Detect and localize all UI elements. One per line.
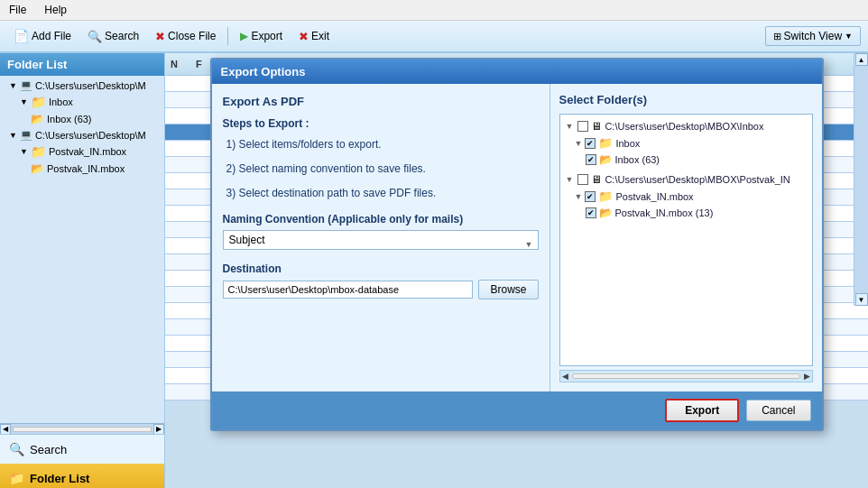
dialog-right-panel: Select Folder(s) ▼ 🖥 C:\Users\user\Deskt… bbox=[550, 84, 822, 391]
add-file-icon: 📄 bbox=[14, 29, 29, 43]
folder-icon: 📁 bbox=[31, 144, 46, 159]
fs-checkbox-root1[interactable] bbox=[577, 121, 588, 132]
switch-view-icon: ⊞ bbox=[773, 31, 781, 42]
drive-icon: 🖥 bbox=[591, 173, 602, 186]
sidebar-title: Folder List bbox=[0, 53, 164, 76]
fs-root-2[interactable]: ▼ 🖥 C:\Users\user\Desktop\MBOX\Postvak_I… bbox=[564, 171, 808, 188]
fs-postvak-13[interactable]: ✔ 📂 Postvak_IN.mbox (13) bbox=[564, 205, 808, 221]
fs-inbox-63[interactable]: ✔ 📂 Inbox (63) bbox=[564, 152, 808, 168]
fs-checkbox-inbox63[interactable]: ✔ bbox=[586, 154, 596, 165]
naming-select[interactable]: Subject bbox=[223, 230, 539, 250]
expand-icon: ▼ bbox=[9, 131, 17, 140]
fs-checkbox-postvak[interactable]: ✔ bbox=[585, 191, 596, 202]
dialog-footer: Export Cancel bbox=[212, 391, 822, 429]
destination-row: Browse bbox=[223, 280, 539, 299]
hscroll-track bbox=[572, 373, 800, 379]
switch-view-button[interactable]: ⊞ Switch View ▼ bbox=[765, 26, 861, 46]
export-button[interactable]: ▶ Export bbox=[234, 26, 289, 46]
step-1: 1) Select items/folders to export. bbox=[226, 135, 539, 154]
add-file-button[interactable]: 📄 Add File bbox=[7, 25, 78, 47]
select-folders-title: Select Folder(s) bbox=[559, 93, 813, 106]
expand-icon: ▼ bbox=[566, 175, 574, 184]
dialog-body: Export As PDF Steps to Export : 1) Selec… bbox=[212, 84, 822, 391]
tree-inbox[interactable]: ▼ 📁 Inbox bbox=[2, 93, 162, 111]
step-3: 3) Select destination path to save PDF f… bbox=[226, 184, 539, 203]
folder-tree: ▼ 💻 C:\Users\user\Desktop\M ▼ 📁 Inbox 📂 … bbox=[0, 76, 164, 423]
close-file-button[interactable]: ✖ Close File bbox=[149, 26, 222, 47]
naming-select-wrap: Subject bbox=[223, 230, 539, 259]
close-icon: ✖ bbox=[155, 30, 165, 43]
export-as-label: Export As PDF bbox=[223, 95, 539, 108]
exit-button[interactable]: ✖ Exit bbox=[292, 26, 336, 47]
export-icon: ▶ bbox=[240, 30, 248, 42]
folder-icon: 📁 bbox=[31, 95, 46, 109]
expand-icon: ▼ bbox=[575, 192, 583, 201]
fs-checkbox-postvak13[interactable]: ✔ bbox=[586, 207, 596, 218]
fs-checkbox-root2[interactable] bbox=[577, 174, 588, 185]
step-2: 2) Select naming convention to save file… bbox=[226, 160, 539, 179]
expand-icon: ▼ bbox=[20, 97, 28, 106]
export-confirm-button[interactable]: Export bbox=[665, 399, 739, 422]
expand-icon: ▼ bbox=[575, 139, 583, 148]
sidebar-search-button[interactable]: 🔍 Search bbox=[0, 434, 164, 464]
folder-list-icon: 📁 bbox=[9, 471, 24, 485]
fs-postvak[interactable]: ▼ ✔ 📁 Postvak_IN.mbox bbox=[564, 188, 808, 205]
drive-icon: 💻 bbox=[20, 129, 32, 141]
main-layout: Folder List ▼ 💻 C:\Users\user\Desktop\M … bbox=[0, 53, 868, 488]
drive-icon: 💻 bbox=[20, 79, 32, 91]
sidebar-bottom: 🔍 Search 📁 Folder List bbox=[0, 434, 164, 488]
dialog-left-panel: Export As PDF Steps to Export : 1) Selec… bbox=[212, 84, 550, 391]
search-icon: 🔍 bbox=[88, 30, 102, 43]
naming-label: Naming Convention (Applicable only for m… bbox=[223, 213, 539, 226]
menubar: File Help bbox=[0, 0, 868, 21]
folder-icon: 📂 bbox=[599, 153, 613, 166]
scroll-right-btn[interactable]: ▶ bbox=[153, 424, 164, 435]
tree-postvak-sub[interactable]: 📂 Postvak_IN.mbox bbox=[2, 161, 162, 177]
expand-icon: ▼ bbox=[20, 147, 28, 156]
hscroll-track bbox=[13, 427, 152, 432]
fs-root-1[interactable]: ▼ 🖥 C:\Users\user\Desktop\MBOX\Inbox bbox=[564, 118, 808, 134]
destination-label: Destination bbox=[223, 262, 539, 275]
folder-icon: 📂 bbox=[599, 207, 613, 219]
browse-button[interactable]: Browse bbox=[478, 280, 538, 299]
search-icon: 🔍 bbox=[9, 442, 24, 456]
hscroll-left-btn[interactable]: ◀ bbox=[562, 372, 568, 381]
folder-icon: 📁 bbox=[598, 189, 613, 203]
chevron-down-icon: ▼ bbox=[845, 32, 853, 41]
drive-icon: 🖥 bbox=[591, 120, 602, 133]
tree-inbox-63[interactable]: 📂 Inbox (63) bbox=[2, 111, 162, 127]
dialog-overlay: Export Options Export As PDF Steps to Ex… bbox=[165, 53, 868, 488]
destination-input[interactable] bbox=[223, 281, 474, 299]
export-dialog: Export Options Export As PDF Steps to Ex… bbox=[210, 58, 824, 431]
hscroll-right-btn[interactable]: ▶ bbox=[804, 372, 810, 381]
tree-postvak[interactable]: ▼ 📁 Postvak_IN.mbox bbox=[2, 143, 162, 161]
main-content: N F T C B bbox=[165, 53, 868, 488]
folder-icon: 📂 bbox=[31, 162, 44, 175]
menu-help[interactable]: Help bbox=[41, 2, 70, 18]
expand-icon: ▼ bbox=[566, 122, 574, 131]
naming-convention-section: Naming Convention (Applicable only for m… bbox=[223, 213, 539, 299]
sidebar-folderlist-button[interactable]: 📁 Folder List bbox=[0, 464, 164, 488]
separator bbox=[227, 27, 228, 45]
fs-checkbox-inbox[interactable]: ✔ bbox=[585, 138, 596, 149]
tree-root-1[interactable]: ▼ 💻 C:\Users\user\Desktop\M bbox=[2, 78, 162, 93]
exit-icon: ✖ bbox=[299, 30, 309, 43]
folder-icon: 📁 bbox=[598, 136, 613, 150]
scroll-left-btn[interactable]: ◀ bbox=[0, 424, 11, 435]
sidebar-hscroll[interactable]: ◀ ▶ bbox=[0, 423, 164, 434]
export-steps: Steps to Export : 1) Select items/folder… bbox=[223, 117, 539, 202]
search-button[interactable]: 🔍 Search bbox=[81, 26, 145, 47]
sidebar: Folder List ▼ 💻 C:\Users\user\Desktop\M … bbox=[0, 53, 165, 488]
menu-file[interactable]: File bbox=[5, 2, 30, 18]
tree-root-2[interactable]: ▼ 💻 C:\Users\user\Desktop\M bbox=[2, 127, 162, 143]
steps-title: Steps to Export : bbox=[223, 117, 539, 130]
fs-inbox[interactable]: ▼ ✔ 📁 Inbox bbox=[564, 134, 808, 152]
folder-icon: 📂 bbox=[31, 113, 44, 125]
dialog-title: Export Options bbox=[212, 60, 822, 84]
expand-icon: ▼ bbox=[9, 81, 17, 90]
toolbar: 📄 Add File 🔍 Search ✖ Close File ▶ Expor… bbox=[0, 21, 868, 53]
folder-select-tree: ▼ 🖥 C:\Users\user\Desktop\MBOX\Inbox ▼ ✔… bbox=[559, 114, 813, 366]
cancel-button[interactable]: Cancel bbox=[746, 400, 810, 421]
folder-hscroll[interactable]: ◀ ▶ bbox=[559, 370, 813, 382]
